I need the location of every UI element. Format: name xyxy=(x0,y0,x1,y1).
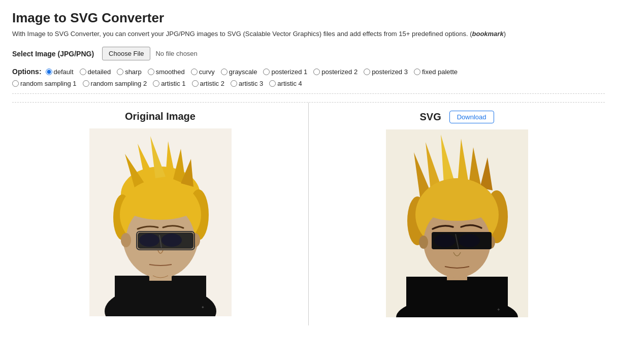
svg-point-39 xyxy=(426,201,489,221)
radio-posterized2[interactable] xyxy=(313,69,320,75)
file-section: Select Image (JPG/PNG) Choose File No fi… xyxy=(12,47,605,60)
option-label-fixed-palette: fixed palette xyxy=(422,68,458,76)
option-smoothed[interactable]: smoothed xyxy=(148,68,185,76)
option-curvy[interactable]: curvy xyxy=(191,68,215,76)
option-random2[interactable]: random sampling 2 xyxy=(83,80,147,87)
original-image: ✦ xyxy=(89,128,232,316)
option-label-default: default xyxy=(54,68,74,76)
option-fixed-palette[interactable]: fixed palette xyxy=(414,68,458,76)
option-label-smoothed: smoothed xyxy=(156,68,185,76)
svg-panel-title: SVG xyxy=(419,111,441,123)
radio-posterized1[interactable] xyxy=(263,69,270,75)
svg-text:✦: ✦ xyxy=(497,307,501,312)
option-posterized1[interactable]: posterized 1 xyxy=(263,68,307,76)
option-label-artistic3: artistic 3 xyxy=(239,80,263,87)
radio-sharp[interactable] xyxy=(117,69,123,75)
options-row-2: random sampling 1random sampling 2artist… xyxy=(12,80,605,87)
choose-file-button[interactable]: Choose File xyxy=(102,47,150,60)
radio-fixed-palette[interactable] xyxy=(414,69,420,75)
option-sharp[interactable]: sharp xyxy=(117,68,142,76)
option-artistic3[interactable]: artistic 3 xyxy=(231,80,263,87)
radio-random2[interactable] xyxy=(83,80,89,87)
option-label-artistic2: artistic 2 xyxy=(200,80,224,87)
bookmark-link[interactable]: bookmark xyxy=(472,30,504,38)
options-label: Options: xyxy=(12,68,42,76)
radio-default[interactable] xyxy=(46,69,52,75)
option-grayscale[interactable]: grayscale xyxy=(221,68,257,76)
radio-detailed[interactable] xyxy=(80,69,86,75)
options-section: Options: defaultdetailedsharpsmoothedcur… xyxy=(12,68,605,94)
option-label-sharp: sharp xyxy=(125,68,142,76)
radio-smoothed[interactable] xyxy=(148,69,154,75)
option-label-random2: random sampling 2 xyxy=(91,80,147,87)
svg-image: ✦ xyxy=(386,129,528,317)
no-file-text: No file chosen xyxy=(155,50,197,57)
option-label-posterized2: posterized 2 xyxy=(321,68,358,76)
option-artistic2[interactable]: artistic 2 xyxy=(192,80,224,87)
main-panels: Original Image xyxy=(12,102,605,325)
svg-point-43 xyxy=(434,234,456,247)
svg-panel-header: SVG Download xyxy=(317,111,597,123)
svg-point-22 xyxy=(161,234,182,247)
original-panel-title: Original Image xyxy=(125,111,196,122)
option-detailed[interactable]: detailed xyxy=(80,68,111,76)
option-artistic4[interactable]: artistic 4 xyxy=(269,80,302,87)
original-panel-header: Original Image xyxy=(20,111,300,122)
option-label-random1: random sampling 1 xyxy=(20,80,77,87)
page-title: Image to SVG Converter xyxy=(12,10,605,26)
radio-artistic4[interactable] xyxy=(269,80,276,87)
svg-point-44 xyxy=(459,234,480,247)
option-posterized2[interactable]: posterized 2 xyxy=(313,68,358,76)
svg-point-40 xyxy=(419,236,428,249)
svg-point-16 xyxy=(127,197,193,220)
svg-panel: SVG Download xyxy=(309,103,605,325)
option-label-artistic4: artistic 4 xyxy=(277,80,302,87)
radio-artistic3[interactable] xyxy=(231,80,237,87)
download-button[interactable]: Download xyxy=(449,111,494,123)
svg-point-17 xyxy=(121,233,131,247)
option-posterized3[interactable]: posterized 3 xyxy=(364,68,408,76)
option-random1[interactable]: random sampling 1 xyxy=(12,80,77,87)
svg-text:✦: ✦ xyxy=(201,305,205,310)
file-section-label: Select Image (JPG/PNG) xyxy=(12,50,94,58)
subtitle: With Image to SVG Converter, you can con… xyxy=(12,30,605,38)
option-label-posterized1: posterized 1 xyxy=(271,68,307,76)
option-artistic1[interactable]: artistic 1 xyxy=(153,80,185,87)
option-label-curvy: curvy xyxy=(199,68,215,76)
radio-grayscale[interactable] xyxy=(221,69,228,75)
radio-random1[interactable] xyxy=(12,80,19,87)
option-default[interactable]: default xyxy=(46,68,74,76)
svg-rect-2 xyxy=(115,276,206,316)
radio-artistic1[interactable] xyxy=(153,80,159,87)
radio-curvy[interactable] xyxy=(191,69,198,75)
original-panel: Original Image xyxy=(12,103,308,325)
radio-artistic2[interactable] xyxy=(192,80,199,87)
option-label-detailed: detailed xyxy=(88,68,111,76)
svg-point-21 xyxy=(139,234,159,247)
options-row-1: Options: defaultdetailedsharpsmoothedcur… xyxy=(12,68,605,76)
option-label-grayscale: grayscale xyxy=(229,68,257,76)
option-label-artistic1: artistic 1 xyxy=(161,80,185,87)
radio-posterized3[interactable] xyxy=(364,69,370,75)
option-label-posterized3: posterized 3 xyxy=(372,68,408,76)
